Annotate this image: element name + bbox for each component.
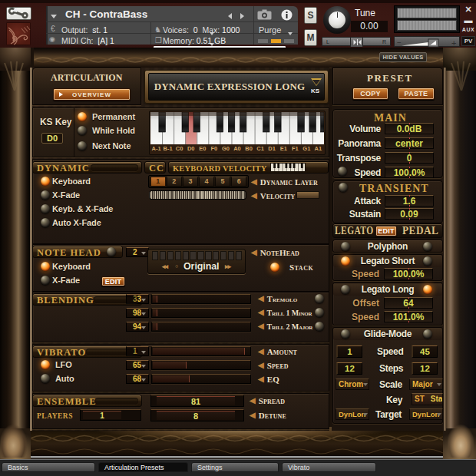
- svg-text:−: −: [397, 38, 402, 47]
- svg-text:+: +: [451, 38, 456, 48]
